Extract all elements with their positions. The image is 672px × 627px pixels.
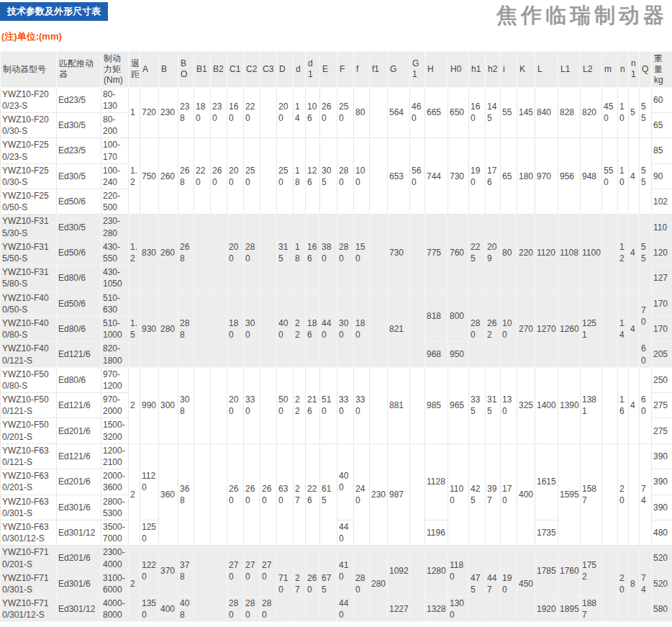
spec-cell: 275 (652, 418, 672, 443)
spec-cell: 10 (618, 87, 629, 138)
spec-cell: 1120 (535, 215, 558, 291)
spec-cell: 1920 (535, 597, 558, 622)
spec-cell: Ed201/6 (57, 469, 101, 495)
column-header: BO (178, 51, 194, 87)
column-header: B2 (211, 51, 227, 87)
spec-cell: 390 (652, 495, 672, 520)
spec-cell: 2 (129, 443, 140, 546)
spec-cell: 2000-3600 (101, 469, 129, 495)
spec-cell: 828 (558, 87, 581, 138)
spec-cell: 250 (337, 87, 354, 138)
spec-cell: 305 (320, 138, 337, 215)
spec-cell: Ed201/6 (57, 418, 101, 443)
column-header: f1 (370, 51, 388, 87)
spec-cell: 3500-7000 (101, 520, 129, 545)
spec-cell: 225 (469, 215, 486, 291)
model-cell: YWZ10-F315/30-S (1, 215, 57, 240)
spec-cell: 2800-5300 (101, 495, 129, 520)
spec-cell: 710 (277, 546, 294, 622)
spec-cell (211, 443, 227, 546)
spec-cell: Ed301/6 (57, 495, 101, 520)
spec-cell: 14 (294, 87, 306, 138)
column-header: 重量kg (652, 51, 672, 87)
spec-cell: Ed23/5 (57, 87, 101, 112)
spec-cell: 150 (354, 215, 370, 291)
spec-cell: 60 (640, 367, 652, 443)
spec-cell: 160 (469, 87, 486, 138)
model-cell: YWZ10-F400/80-S (1, 316, 57, 341)
spec-cell: 200 (227, 215, 244, 291)
spec-cell: 80 (501, 215, 517, 291)
model-cell: YWZ10-F250/50-S (1, 189, 57, 215)
spec-cell: 74 (640, 546, 652, 622)
spec-cell: 1615 (535, 443, 558, 520)
spec-cell: 220 (194, 138, 211, 215)
spec-cell: 5 (629, 87, 640, 138)
column-header: 退距 (129, 51, 140, 87)
spec-cell: 480 (652, 520, 672, 545)
spec-cell: 220-500 (101, 189, 129, 215)
spec-cell: 1500-3200 (101, 418, 129, 443)
spec-cell (260, 138, 277, 215)
spec-cell: 1196 (425, 520, 448, 545)
spec-cell: 60 (640, 342, 652, 367)
spec-cell: 14 (618, 291, 629, 367)
model-cell: YWZ10-F500/201-S (1, 418, 57, 443)
spec-cell: 20 (618, 546, 629, 622)
spec-cell: 260 (260, 443, 277, 546)
spec-cell (629, 443, 640, 546)
spec-cell: 27 (294, 443, 306, 546)
column-header: C3 (260, 51, 277, 87)
spec-cell: Ed80/6 (57, 266, 101, 291)
model-cell: YWZ10-F630/301-S (1, 495, 57, 520)
spec-cell: 300 (159, 367, 178, 443)
spec-cell: 430-1050 (101, 266, 129, 291)
spec-cell: 368 (178, 443, 194, 546)
spec-cell: 818 (425, 291, 448, 342)
model-cell: YWZ10-F630/301/12-S (1, 520, 57, 545)
spec-cell: 260 (159, 138, 178, 215)
spec-cell: 20 (618, 443, 629, 546)
spec-cell: 1.2 (129, 215, 140, 291)
column-header: d (294, 51, 306, 87)
spec-cell: 4 (629, 215, 640, 291)
spec-cell: 400 (337, 443, 354, 520)
spec-cell (211, 367, 227, 443)
spec-cell (211, 546, 227, 622)
spec-cell: 260 (227, 443, 244, 546)
spec-cell: Ed201/6 (57, 546, 101, 571)
spec-cell (194, 215, 211, 291)
column-header: L (535, 51, 558, 87)
spec-cell: 220 (517, 215, 535, 291)
spec-cell (194, 291, 211, 367)
spec-cell: 378 (178, 546, 194, 597)
spec-cell (370, 291, 388, 367)
column-header: i (501, 51, 517, 87)
spec-cell: 280 (159, 291, 178, 367)
spec-cell (410, 215, 425, 291)
spec-cell: 280 (469, 291, 486, 367)
spec-cell: 55 (501, 87, 517, 138)
spec-cell (260, 291, 277, 367)
column-header: h1 (469, 51, 486, 87)
spec-cell: 288 (178, 291, 194, 367)
spec-cell: 315 (486, 367, 501, 443)
spec-cell (260, 87, 277, 138)
spec-cell: 948 (581, 138, 602, 215)
spec-cell: 990 (140, 367, 159, 443)
spec-cell: 400 (517, 443, 535, 546)
spec-cell: Ed30/5 (57, 112, 101, 137)
spec-cell: 280 (337, 215, 354, 291)
spec-cell: 130 (501, 367, 517, 443)
spec-cell: Ed50/6 (57, 291, 101, 316)
spec-cell: Ed301/6 (57, 571, 101, 596)
spec-cell: 1400 (535, 367, 558, 443)
spec-cell: 1227 (388, 597, 410, 622)
spec-cell: 216 (306, 367, 320, 443)
spec-cell: 4 (629, 291, 640, 367)
column-header: 制动力矩(Nm) (101, 51, 129, 87)
spec-cell: 440 (337, 597, 354, 622)
spec-cell: 400 (159, 597, 178, 622)
spec-cell: 400 (277, 291, 294, 367)
spec-cell: 730 (388, 215, 410, 291)
